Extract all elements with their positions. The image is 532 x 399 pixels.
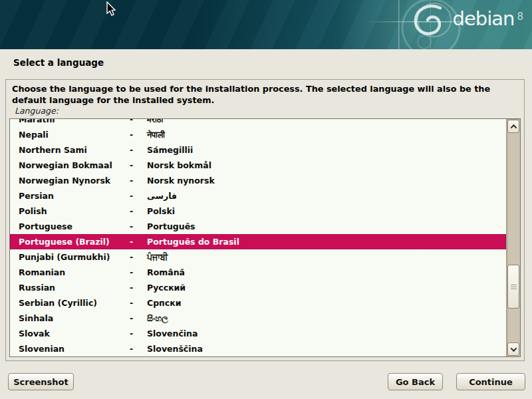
debian-version: 8	[517, 12, 523, 22]
debian-logo: debian 8	[453, 8, 523, 29]
scroll-up-button[interactable]	[507, 120, 519, 133]
thumb-grip	[511, 287, 517, 287]
language-name: Punjabi (Gurmukhi)	[19, 252, 130, 262]
language-name: Romanian	[19, 267, 130, 277]
language-list-row[interactable]: Romanian - Română	[10, 265, 506, 280]
language-name: Serbian (Cyrillic)	[19, 298, 130, 308]
separator-dash: -	[130, 237, 147, 247]
language-list-row[interactable]: Norwegian Nynorsk - Norsk nynorsk	[10, 173, 506, 188]
separator-dash: -	[130, 160, 147, 170]
language-name: Russian	[19, 283, 130, 293]
language-name: Slovenian	[19, 344, 130, 354]
language-native-name: Norsk nynorsk	[147, 176, 505, 186]
separator-dash: -	[130, 298, 147, 308]
language-native-name: Српски	[147, 298, 505, 308]
separator-dash: -	[130, 130, 147, 140]
language-name: Norwegian Nynorsk	[19, 176, 130, 186]
thumb-grip	[511, 285, 517, 285]
separator-dash: -	[130, 283, 147, 293]
language-name: Northern Sami	[19, 145, 130, 155]
separator-dash: -	[130, 252, 147, 262]
language-label: Language:	[15, 106, 59, 116]
separator-dash: -	[130, 329, 147, 338]
language-list-row[interactable]: Persian - فارسی	[10, 188, 506, 203]
language-native-name: नेपाली	[147, 130, 505, 140]
scrollbar[interactable]	[506, 119, 520, 356]
language-list-row[interactable]: Norwegian Bokmaal - Norsk bokmål	[10, 158, 506, 173]
language-list-row[interactable]: Sinhala - සිංහල	[10, 311, 506, 326]
debian-logo-text: debian	[453, 8, 515, 29]
separator-dash: -	[130, 118, 147, 124]
language-list-row[interactable]: Marathi - मराठी	[10, 118, 506, 127]
language-native-name: Norsk bokmål	[147, 160, 505, 170]
language-native-name: Slovenčina	[147, 329, 505, 338]
language-native-name: Polski	[147, 206, 505, 216]
separator-dash: -	[130, 176, 147, 186]
language-list-row[interactable]: Punjabi (Gurmukhi) - ਪੰਜਾਬੀ	[10, 249, 506, 265]
language-native-name: मराठी	[147, 118, 505, 125]
chevron-up-icon	[510, 124, 517, 130]
installer-banner: debian 8	[0, 0, 532, 49]
language-native-name: Русский	[147, 283, 505, 293]
language-name: Norwegian Bokmaal	[19, 160, 130, 170]
language-name: Sinhala	[19, 313, 130, 323]
instructions-text: Choose the language to be used for the i…	[12, 83, 520, 106]
language-native-name: Slovenščina	[147, 344, 505, 354]
language-name: Nepali	[19, 130, 130, 140]
separator-dash: -	[130, 191, 147, 201]
separator-dash: -	[130, 145, 147, 155]
language-native-name: සිංහල	[147, 313, 505, 324]
separator-dash: -	[130, 206, 147, 216]
language-list-row[interactable]: Slovenian - Slovenščina	[10, 341, 506, 356]
language-name: Polish	[19, 206, 130, 216]
language-list-row[interactable]: Portuguese (Brazil) - Português do Brasi…	[10, 234, 506, 249]
content-frame: Choose the language to be used for the i…	[5, 79, 525, 361]
language-native-name: فارسی	[147, 191, 505, 201]
language-list-row[interactable]: Slovak - Slovenčina	[10, 326, 506, 341]
language-name: Portuguese (Brazil)	[19, 237, 130, 247]
thumb-grip	[511, 289, 517, 289]
language-list-row[interactable]: Polish - Polski	[10, 203, 506, 219]
language-list-row[interactable]: Northern Sami - Sámegillii	[10, 142, 506, 158]
language-native-name: Sámegillii	[147, 145, 505, 155]
language-list-row[interactable]: Portuguese - Português	[10, 219, 506, 234]
language-list[interactable]: Marathi - मराठी Nepali - नेपाली Northern…	[9, 118, 521, 357]
separator-dash: -	[130, 313, 147, 323]
language-native-name: Português	[147, 221, 505, 231]
separator-dash: -	[130, 344, 147, 354]
language-native-name: Română	[147, 267, 505, 277]
language-native-name: Português do Brasil	[147, 237, 505, 247]
language-list-row[interactable]: Russian - Русский	[10, 280, 506, 295]
language-list-row[interactable]: Nepali - नेपाली	[10, 127, 506, 142]
language-name: Persian	[19, 191, 130, 201]
scrollbar-thumb[interactable]	[507, 265, 519, 309]
continue-button[interactable]: Continue	[456, 373, 525, 390]
language-name: Marathi	[19, 118, 130, 124]
separator-dash: -	[130, 221, 147, 231]
separator-dash: -	[130, 267, 147, 277]
language-name: Slovak	[19, 329, 130, 338]
page-title: Select a language	[13, 57, 104, 68]
mouse-cursor-icon	[106, 1, 117, 17]
language-name: Portuguese	[19, 221, 130, 231]
screenshot-button[interactable]: Screenshot	[8, 373, 74, 390]
language-native-name: ਪੰਜਾਬੀ	[147, 252, 505, 263]
language-list-rows: Marathi - मराठी Nepali - नेपाली Northern…	[10, 118, 506, 356]
go-back-button[interactable]: Go Back	[388, 373, 443, 390]
scroll-down-button[interactable]	[507, 342, 519, 356]
chevron-down-icon	[510, 345, 517, 352]
language-list-row[interactable]: Serbian (Cyrillic) - Српски	[10, 295, 506, 311]
